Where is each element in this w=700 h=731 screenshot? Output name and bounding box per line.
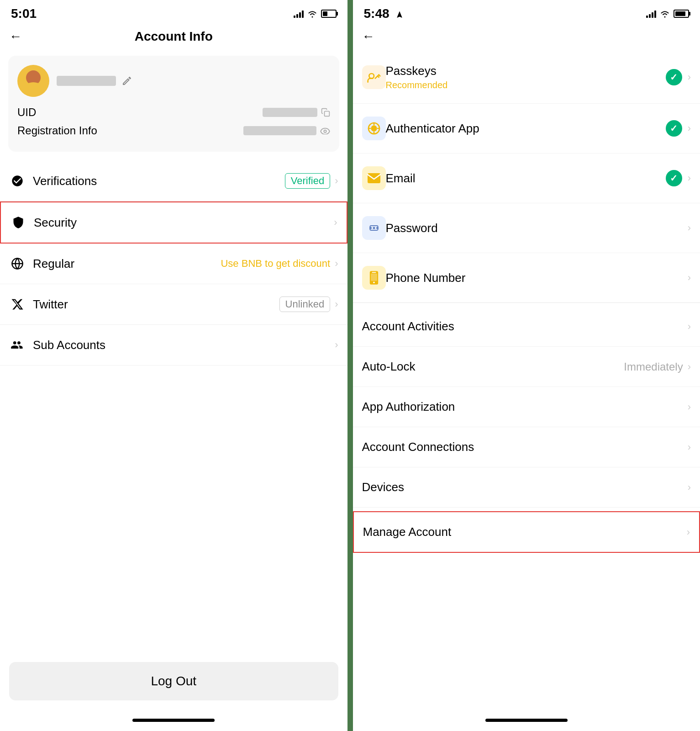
- username-area: [57, 75, 330, 86]
- left-status-icons: [294, 10, 337, 18]
- eye-icon[interactable]: [320, 127, 330, 134]
- passkeys-text: Passkeys Recommended: [386, 64, 660, 90]
- authenticator-check-icon: ✓: [666, 120, 682, 137]
- app-authorization-label: App Authorization: [362, 400, 688, 414]
- twitter-label: Twitter: [33, 297, 279, 312]
- registration-row: Registration Info: [17, 124, 330, 137]
- account-activities-chevron: ›: [688, 321, 691, 333]
- menu-item-manage-account[interactable]: Manage Account ›: [353, 511, 700, 553]
- right-status-bar: 5:48: [353, 0, 700, 25]
- uid-value-blur: [263, 108, 317, 117]
- menu-item-account-connections[interactable]: Account Connections ›: [353, 427, 700, 467]
- menu-item-security[interactable]: Security ›: [0, 201, 347, 244]
- menu-item-devices[interactable]: Devices ›: [353, 467, 700, 508]
- username-blur: [57, 76, 116, 86]
- unlinked-badge: Unlinked: [279, 297, 331, 312]
- svg-point-4: [371, 125, 377, 131]
- spacer: [0, 366, 347, 648]
- twitter-chevron: ›: [335, 298, 338, 310]
- menu-item-auto-lock[interactable]: Auto-Lock Immediately ›: [353, 347, 700, 387]
- passkeys-check-icon: ✓: [666, 69, 682, 85]
- edit-profile-icon[interactable]: [121, 75, 132, 86]
- panel-divider: [347, 0, 353, 731]
- auto-lock-label: Auto-Lock: [362, 360, 624, 374]
- back-button-right[interactable]: ←: [362, 29, 375, 44]
- security-chevron: ›: [334, 217, 337, 228]
- menu-item-sub-accounts[interactable]: Sub Accounts ›: [0, 325, 347, 366]
- verifications-label: Verifications: [33, 174, 285, 188]
- auto-lock-chevron: ›: [688, 361, 691, 373]
- security-icon: [10, 214, 26, 231]
- right-nav-header: ←: [353, 25, 700, 51]
- svg-point-3: [369, 74, 374, 79]
- security-item-password[interactable]: Password ›: [353, 203, 700, 253]
- profile-top: [17, 65, 330, 97]
- security-item-phone[interactable]: Phone Number ›: [353, 253, 700, 303]
- authenticator-chevron: ›: [688, 122, 691, 134]
- right-phone-panel: 5:48: [353, 0, 700, 731]
- left-home-indicator: [132, 719, 215, 722]
- regular-chevron: ›: [335, 258, 338, 270]
- verifications-chevron: ›: [335, 175, 338, 187]
- account-connections-label: Account Connections: [362, 440, 688, 454]
- avatar: [17, 65, 49, 97]
- svg-point-13: [373, 282, 374, 283]
- bnb-badge: Use BNB to get discount: [221, 258, 330, 270]
- registration-label: Registration Info: [17, 124, 97, 137]
- email-text: Email: [386, 171, 660, 185]
- password-icon: [362, 216, 386, 240]
- right-spacer: [353, 553, 700, 714]
- twitter-icon: [9, 296, 26, 313]
- passkeys-subtitle: Recommended: [386, 80, 660, 90]
- menu-item-account-activities[interactable]: Account Activities ›: [353, 307, 700, 347]
- authenticator-title: Authenticator App: [386, 122, 660, 136]
- left-status-time: 5:01: [11, 6, 37, 21]
- logout-button[interactable]: Log Out: [9, 662, 338, 700]
- svg-rect-6: [368, 173, 380, 183]
- account-activities-label: Account Activities: [362, 319, 688, 334]
- manage-account-chevron: ›: [687, 526, 690, 538]
- security-item-authenticator[interactable]: Authenticator App ✓ ›: [353, 104, 700, 154]
- phone-chevron: ›: [688, 272, 691, 284]
- right-status-icons: [646, 10, 689, 18]
- left-page-title: Account Info: [135, 29, 213, 44]
- passkeys-title: Passkeys: [386, 64, 660, 78]
- security-label: Security: [34, 216, 334, 230]
- right-signal-bars-icon: [646, 10, 656, 18]
- sub-accounts-label: Sub Accounts: [33, 338, 335, 352]
- back-button-left[interactable]: ←: [9, 29, 22, 44]
- svg-point-1: [324, 130, 326, 132]
- authenticator-text: Authenticator App: [386, 122, 660, 136]
- profile-card: UID Registration Info: [8, 56, 339, 152]
- menu-item-twitter[interactable]: Twitter Unlinked ›: [0, 284, 347, 325]
- authenticator-icon: [362, 117, 386, 140]
- security-item-email[interactable]: Email ✓ ›: [353, 154, 700, 203]
- security-item-passkeys[interactable]: Passkeys Recommended ✓ ›: [353, 51, 700, 104]
- regular-icon: [9, 255, 26, 272]
- menu-item-regular[interactable]: Regular Use BNB to get discount ›: [0, 244, 347, 284]
- phone-number-icon: [362, 266, 386, 290]
- email-check-icon: ✓: [666, 170, 682, 186]
- sub-accounts-chevron: ›: [335, 339, 338, 351]
- app-authorization-chevron: ›: [688, 401, 691, 413]
- menu-item-verifications[interactable]: Verifications Verified ›: [0, 161, 347, 201]
- logout-area: Log Out: [0, 648, 347, 714]
- password-chevron: ›: [688, 222, 691, 234]
- left-nav-header: ← Account Info: [0, 25, 347, 51]
- passkeys-chevron: ›: [688, 71, 691, 83]
- password-title: Password: [386, 221, 682, 235]
- email-chevron: ›: [688, 172, 691, 184]
- verified-badge: Verified: [285, 173, 330, 189]
- right-battery-icon: [674, 10, 689, 18]
- svg-rect-14: [371, 274, 377, 281]
- svg-rect-0: [324, 111, 329, 117]
- devices-chevron: ›: [688, 482, 691, 493]
- registration-value-blur: [243, 126, 316, 135]
- phone-title: Phone Number: [386, 271, 682, 285]
- menu-item-app-authorization[interactable]: App Authorization ›: [353, 387, 700, 427]
- sub-accounts-icon: [9, 337, 26, 353]
- copy-uid-icon[interactable]: [321, 108, 330, 117]
- email-title: Email: [386, 171, 660, 185]
- verifications-icon: [9, 173, 26, 189]
- left-phone-panel: 5:01 ← Account Info: [0, 0, 347, 731]
